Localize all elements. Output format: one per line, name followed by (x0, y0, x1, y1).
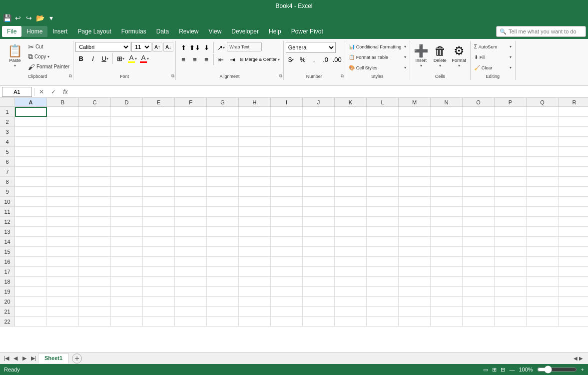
decrease-indent-button[interactable]: ⇤ (215, 54, 226, 65)
cell-J18[interactable] (303, 277, 335, 287)
cell-N10[interactable] (431, 197, 463, 207)
cell-A17[interactable] (15, 267, 47, 277)
cell-R16[interactable] (559, 257, 588, 267)
cell-C6[interactable] (79, 157, 111, 167)
delete-button[interactable]: 🗑 Delete ▾ (431, 42, 449, 71)
cell-I8[interactable] (271, 177, 303, 187)
cell-G11[interactable] (207, 207, 239, 217)
cell-N12[interactable] (431, 217, 463, 227)
cell-B13[interactable] (47, 227, 79, 237)
help-search-input[interactable] (509, 28, 579, 34)
cell-I18[interactable] (271, 277, 303, 287)
underline-button[interactable]: U▾ (99, 53, 110, 64)
cell-R22[interactable] (559, 317, 588, 327)
cell-C11[interactable] (79, 207, 111, 217)
align-center-button[interactable]: ≡ (189, 54, 200, 65)
cell-R17[interactable] (559, 267, 588, 277)
cell-R14[interactable] (559, 237, 588, 247)
cell-B4[interactable] (47, 137, 79, 147)
cell-Q7[interactable] (527, 167, 559, 177)
cell-F6[interactable] (175, 157, 207, 167)
cell-B14[interactable] (47, 237, 79, 247)
cell-B7[interactable] (47, 167, 79, 177)
cell-D21[interactable] (111, 307, 143, 317)
cell-F13[interactable] (175, 227, 207, 237)
cell-F22[interactable] (175, 317, 207, 327)
alignment-expand[interactable]: ⧉ (279, 73, 282, 79)
cell-C1[interactable] (79, 107, 111, 117)
cell-Q13[interactable] (527, 227, 559, 237)
cell-E5[interactable] (143, 147, 175, 157)
cell-M3[interactable] (399, 127, 431, 137)
cell-G22[interactable] (207, 317, 239, 327)
cell-K19[interactable] (335, 287, 367, 297)
cell-P15[interactable] (495, 247, 527, 257)
row-header-13[interactable]: 13 (0, 227, 15, 237)
cell-H2[interactable] (239, 117, 271, 127)
cell-K10[interactable] (335, 197, 367, 207)
row-header-6[interactable]: 6 (0, 157, 15, 167)
cell-K20[interactable] (335, 297, 367, 307)
cell-F10[interactable] (175, 197, 207, 207)
cell-F5[interactable] (175, 147, 207, 157)
cell-K8[interactable] (335, 177, 367, 187)
cell-I11[interactable] (271, 207, 303, 217)
cell-E1[interactable] (143, 107, 175, 117)
cell-R19[interactable] (559, 287, 588, 297)
align-right-button[interactable]: ≡ (201, 54, 212, 65)
cell-M16[interactable] (399, 257, 431, 267)
sheet-nav-first[interactable]: |◀ (2, 354, 11, 363)
cell-D22[interactable] (111, 317, 143, 327)
cell-Q12[interactable] (527, 217, 559, 227)
cell-H22[interactable] (239, 317, 271, 327)
cell-A15[interactable] (15, 247, 47, 257)
undo-qa-button[interactable]: ↩ (13, 13, 23, 23)
cell-P22[interactable] (495, 317, 527, 327)
cell-N18[interactable] (431, 277, 463, 287)
cell-I7[interactable] (271, 167, 303, 177)
col-header-P[interactable]: P (495, 98, 527, 106)
cell-J11[interactable] (303, 207, 335, 217)
cell-B1[interactable] (47, 107, 79, 117)
cell-A12[interactable] (15, 217, 47, 227)
menu-item-review[interactable]: Review (174, 26, 203, 37)
cell-L5[interactable] (367, 147, 399, 157)
cell-O12[interactable] (463, 217, 495, 227)
cell-P3[interactable] (495, 127, 527, 137)
cell-R3[interactable] (559, 127, 588, 137)
cell-E3[interactable] (143, 127, 175, 137)
cell-G5[interactable] (207, 147, 239, 157)
menu-item-page-layout[interactable]: Page Layout (72, 26, 116, 37)
cell-A20[interactable] (15, 297, 47, 307)
col-header-E[interactable]: E (143, 98, 175, 106)
row-header-10[interactable]: 10 (0, 197, 15, 207)
cell-A9[interactable] (15, 187, 47, 197)
cell-O21[interactable] (463, 307, 495, 317)
col-header-G[interactable]: G (207, 98, 239, 106)
cell-N6[interactable] (431, 157, 463, 167)
cell-K2[interactable] (335, 117, 367, 127)
cell-R6[interactable] (559, 157, 588, 167)
cell-N21[interactable] (431, 307, 463, 317)
save-qa-button[interactable]: 💾 (2, 13, 12, 23)
cell-K17[interactable] (335, 267, 367, 277)
cell-F8[interactable] (175, 177, 207, 187)
cell-A11[interactable] (15, 207, 47, 217)
menu-item-home[interactable]: Home (21, 26, 47, 37)
cell-P14[interactable] (495, 237, 527, 247)
format-button[interactable]: ⚙ Format ▾ (450, 42, 468, 71)
italic-button[interactable]: I (87, 53, 98, 64)
cell-O15[interactable] (463, 247, 495, 257)
cell-D11[interactable] (111, 207, 143, 217)
cell-F4[interactable] (175, 137, 207, 147)
cell-Q15[interactable] (527, 247, 559, 257)
row-header-9[interactable]: 9 (0, 187, 15, 197)
row-header-12[interactable]: 12 (0, 217, 15, 227)
cell-O13[interactable] (463, 227, 495, 237)
col-header-Q[interactable]: Q (527, 98, 559, 106)
cell-K4[interactable] (335, 137, 367, 147)
cell-M19[interactable] (399, 287, 431, 297)
cell-P17[interactable] (495, 267, 527, 277)
cell-R7[interactable] (559, 167, 588, 177)
cell-Q3[interactable] (527, 127, 559, 137)
